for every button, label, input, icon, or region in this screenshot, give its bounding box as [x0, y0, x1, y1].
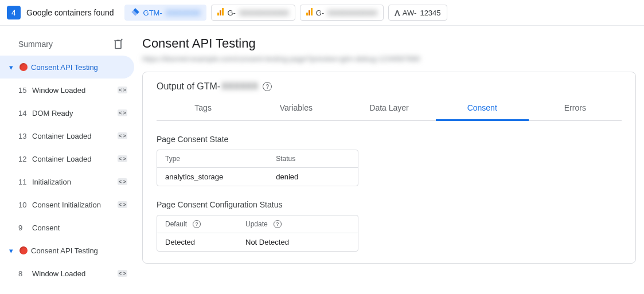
event-number: 11 — [18, 178, 30, 186]
top-bar: 4 Google containers found GTM-XXXXXXXG-X… — [0, 0, 644, 26]
tab-variables[interactable]: Variables — [249, 96, 342, 120]
consent-state-table: Type Status analytics_storage denied — [157, 150, 358, 186]
th-type: Type — [165, 155, 276, 163]
sidebar-section[interactable]: ▾Consent API Testing — [0, 56, 134, 79]
container-id: G- — [227, 9, 235, 17]
output-id-blurred: XXXXXX — [221, 81, 258, 92]
output-tabs: TagsVariablesData LayerConsentErrors — [157, 96, 622, 121]
sidebar-event[interactable]: 14DOM Ready< > — [0, 101, 134, 124]
caret-down-icon: ▾ — [9, 63, 16, 72]
record-dot-icon — [19, 63, 28, 71]
sidebar-event[interactable]: 15Window Loaded< > — [0, 79, 134, 101]
output-card: Output of GTM-XXXXXX ? TagsVariablesData… — [142, 72, 636, 264]
caret-down-icon: ▾ — [9, 246, 16, 255]
help-icon[interactable]: ? — [274, 220, 282, 228]
sidebar-item-label: Window Loaded — [32, 269, 115, 278]
tab-errors[interactable]: Errors — [529, 96, 622, 120]
aw-icon: Λ — [395, 8, 399, 18]
page-title: Consent API Testing — [142, 36, 636, 51]
container-pill-ga[interactable]: G-XXXXXXXXXX — [211, 5, 295, 21]
tab-tags[interactable]: Tags — [157, 96, 249, 120]
sidebar-item-label: Consent Initialization — [32, 201, 115, 209]
th-status: Status — [276, 155, 350, 163]
sidebar-event[interactable]: 8Window Loaded< > — [0, 262, 134, 285]
table-row[interactable]: Detected Not Detected — [157, 233, 358, 251]
container-id: G- — [316, 9, 324, 17]
config-status-table: Default? Update? Detected Not Detected — [157, 215, 358, 252]
event-number: 10 — [18, 201, 30, 209]
containers-count-badge: 4 — [7, 6, 21, 19]
event-number: 12 — [18, 155, 30, 163]
ga-icon — [306, 8, 313, 17]
cell-status: denied — [276, 173, 350, 181]
cell-type: analytics_storage — [165, 173, 276, 181]
sidebar-event[interactable]: 12Container Loaded< > — [0, 147, 134, 170]
summary-label: Summary — [18, 40, 53, 49]
event-number: 8 — [18, 269, 30, 278]
cell-default: Detected — [165, 238, 245, 246]
sidebar-item-label: Container Loaded — [32, 132, 115, 140]
container-id: GTM- — [143, 9, 162, 17]
main-panel: Consent API Testing https://blurred-exam… — [134, 26, 644, 294]
sidebar-event[interactable]: 11Initialization< > — [0, 170, 134, 193]
code-chip-icon: < > — [118, 132, 127, 139]
gtm-icon — [131, 7, 140, 18]
page-url: https://blurred-example.com/consent-test… — [142, 54, 636, 66]
clear-summary-icon[interactable] — [112, 38, 124, 50]
code-chip-icon: < > — [118, 201, 127, 208]
sidebar-item-label: Consent API Testing — [31, 246, 127, 255]
event-number: 14 — [18, 109, 30, 117]
event-number: 9 — [18, 224, 30, 232]
code-chip-icon: < > — [118, 178, 127, 185]
sidebar-item-label: Window Loaded — [32, 86, 115, 95]
sidebar: Summary ▾Consent API Testing15Window Loa… — [0, 26, 134, 294]
code-chip-icon: < > — [118, 270, 127, 277]
sidebar-item-label: Container Loaded — [32, 155, 115, 163]
sidebar-event[interactable]: 13Container Loaded< > — [0, 124, 134, 147]
container-pill-gtm[interactable]: GTM-XXXXXXX — [124, 5, 207, 21]
code-chip-icon: < > — [118, 87, 127, 93]
tab-data-layer[interactable]: Data Layer — [342, 96, 435, 120]
container-id: AW- — [403, 9, 417, 17]
code-chip-icon: < > — [118, 155, 127, 162]
record-dot-icon — [19, 246, 28, 254]
sidebar-item-label: Initialization — [32, 178, 115, 186]
th-update: Update? — [245, 220, 350, 228]
container-pill-ga[interactable]: G-XXXXXXXXXX — [300, 5, 384, 21]
sidebar-event[interactable]: 10Consent Initialization< > — [0, 193, 134, 216]
ga-icon — [217, 8, 224, 17]
sidebar-event[interactable]: 9Consent — [0, 216, 134, 239]
cell-update: Not Detected — [245, 238, 350, 246]
output-prefix: Output of GTM- — [157, 81, 220, 92]
sidebar-item-label: Consent API Testing — [31, 63, 127, 72]
container-tabs: GTM-XXXXXXXG-XXXXXXXXXXG-XXXXXXXXXXΛAW-1… — [124, 5, 447, 21]
table-row[interactable]: analytics_storage denied — [157, 168, 358, 186]
config-status-heading: Page Consent Configuration Status — [157, 200, 622, 209]
consent-state-heading: Page Consent State — [157, 135, 622, 144]
help-icon[interactable]: ? — [263, 82, 272, 91]
sidebar-item-label: Consent — [32, 224, 127, 232]
event-number: 15 — [18, 86, 30, 95]
sidebar-item-label: DOM Ready — [32, 109, 115, 117]
output-header: Output of GTM-XXXXXX ? — [157, 81, 622, 92]
container-pill-aw[interactable]: ΛAW-12345 — [388, 5, 447, 21]
tab-consent[interactable]: Consent — [436, 96, 529, 121]
th-default: Default? — [165, 220, 245, 228]
code-chip-icon: < > — [118, 109, 127, 116]
top-bar-label: Google containers found — [26, 8, 114, 17]
event-number: 13 — [18, 132, 30, 140]
sidebar-section[interactable]: ▾Consent API Testing — [0, 239, 134, 262]
summary-row[interactable]: Summary — [0, 33, 134, 56]
help-icon[interactable]: ? — [193, 220, 201, 228]
